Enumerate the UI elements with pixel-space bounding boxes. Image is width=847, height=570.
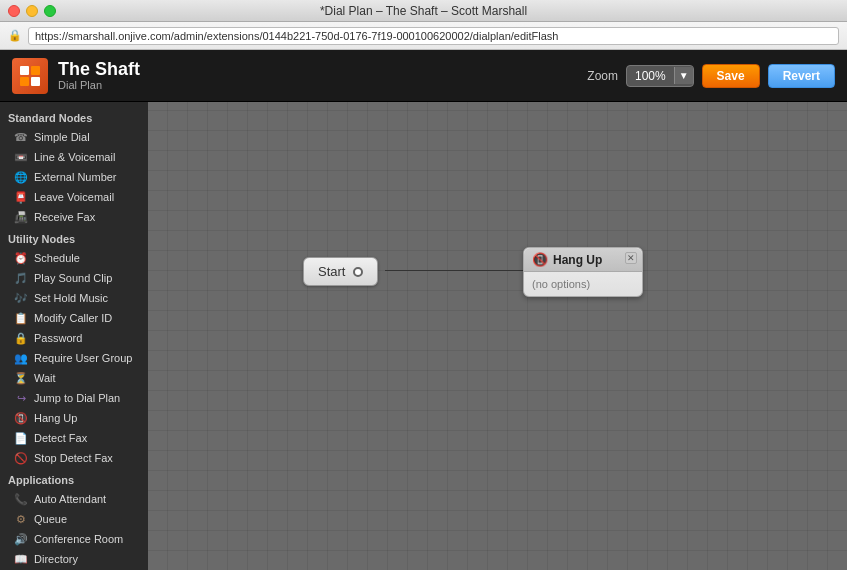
hangup-node-close-button[interactable]: ✕ [625, 252, 637, 264]
sidebar-item-wait[interactable]: ⏳ Wait [0, 368, 148, 388]
hangup-node-icon: 📵 [532, 252, 548, 267]
window-chrome: *Dial Plan – The Shaft – Scott Marshall [0, 0, 847, 22]
sidebar-label-wait: Wait [34, 372, 56, 384]
sidebar-item-jump-to-dial-plan[interactable]: ↪ Jump to Dial Plan [0, 388, 148, 408]
schedule-icon: ⏰ [14, 251, 28, 265]
sidebar-item-password[interactable]: 🔒 Password [0, 328, 148, 348]
sidebar-item-hang-up[interactable]: 📵 Hang Up [0, 408, 148, 428]
minimize-button[interactable] [26, 5, 38, 17]
hangup-node-body-text: (no options) [532, 278, 590, 290]
queue-icon: ⚙ [14, 512, 28, 526]
sidebar-item-queue[interactable]: ⚙ Queue [0, 509, 148, 529]
require-user-group-icon: 👥 [14, 351, 28, 365]
svg-rect-0 [20, 66, 29, 75]
sidebar-item-directory[interactable]: 📖 Directory [0, 549, 148, 569]
stop-detect-fax-icon: 🚫 [14, 451, 28, 465]
utility-nodes-header: Utility Nodes [0, 227, 148, 248]
sidebar-label-password: Password [34, 332, 82, 344]
sidebar-label-set-hold-music: Set Hold Music [34, 292, 108, 304]
sidebar-label-hang-up: Hang Up [34, 412, 77, 424]
zoom-control[interactable]: 100% ▼ [626, 65, 694, 87]
sidebar-item-play-sound-clip[interactable]: 🎵 Play Sound Clip [0, 268, 148, 288]
sidebar-label-stop-detect-fax: Stop Detect Fax [34, 452, 113, 464]
sidebar-label-conference-room: Conference Room [34, 533, 123, 545]
sidebar-item-external-number[interactable]: 🌐 External Number [0, 167, 148, 187]
sidebar-label-require-user-group: Require User Group [34, 352, 132, 364]
zoom-dropdown-arrow[interactable]: ▼ [674, 67, 693, 84]
voicemail-icon: 📼 [14, 150, 28, 164]
app-logo: The Shaft Dial Plan [12, 58, 140, 94]
sidebar-label-play-sound-clip: Play Sound Clip [34, 272, 112, 284]
app-title-block: The Shaft Dial Plan [58, 60, 140, 92]
external-icon: 🌐 [14, 170, 28, 184]
sidebar-item-stop-detect-fax[interactable]: 🚫 Stop Detect Fax [0, 448, 148, 468]
start-node[interactable]: Start [303, 257, 378, 286]
sidebar-label-schedule: Schedule [34, 252, 80, 264]
sidebar-item-require-user-group[interactable]: 👥 Require User Group [0, 348, 148, 368]
sidebar-label-external-number: External Number [34, 171, 117, 183]
hangup-node-body: (no options) [524, 272, 642, 296]
wait-icon: ⏳ [14, 371, 28, 385]
conference-room-icon: 🔊 [14, 532, 28, 546]
sidebar-item-modify-caller-id[interactable]: 📋 Modify Caller ID [0, 308, 148, 328]
sidebar-item-schedule[interactable]: ⏰ Schedule [0, 248, 148, 268]
traffic-lights [8, 5, 56, 17]
lock-icon: 🔒 [8, 29, 22, 42]
phone-icon: ☎ [14, 130, 28, 144]
app-header: The Shaft Dial Plan Zoom 100% ▼ Save Rev… [0, 50, 847, 102]
applications-header: Applications [0, 468, 148, 489]
hangup-node-title: Hang Up [553, 253, 602, 267]
sidebar-item-simple-dial[interactable]: ☎ Simple Dial [0, 127, 148, 147]
sidebar-item-line-voicemail[interactable]: 📼 Line & Voicemail [0, 147, 148, 167]
leave-vm-icon: 📮 [14, 190, 28, 204]
svg-rect-3 [31, 77, 40, 86]
app-name: The Shaft [58, 60, 140, 80]
main-layout: Standard Nodes ☎ Simple Dial 📼 Line & Vo… [0, 102, 847, 570]
hangup-node-header: 📵 Hang Up ✕ [524, 248, 642, 272]
header-right: Zoom 100% ▼ Save Revert [587, 64, 835, 88]
svg-rect-2 [20, 77, 29, 86]
sidebar-item-auto-attendant[interactable]: 📞 Auto Attendant [0, 489, 148, 509]
sidebar-item-leave-voicemail[interactable]: 📮 Leave Voicemail [0, 187, 148, 207]
svg-rect-1 [31, 66, 40, 75]
logo-icon [12, 58, 48, 94]
sidebar-item-detect-fax[interactable]: 📄 Detect Fax [0, 428, 148, 448]
password-icon: 🔒 [14, 331, 28, 345]
sidebar-label-auto-attendant: Auto Attendant [34, 493, 106, 505]
hold-music-icon: 🎶 [14, 291, 28, 305]
app-subtitle: Dial Plan [58, 79, 140, 91]
save-button[interactable]: Save [702, 64, 760, 88]
address-input[interactable]: https://smarshall.onjive.com/admin/exten… [28, 27, 839, 45]
sidebar: Standard Nodes ☎ Simple Dial 📼 Line & Vo… [0, 102, 148, 570]
address-bar: 🔒 https://smarshall.onjive.com/admin/ext… [0, 22, 847, 50]
zoom-value: 100% [627, 66, 674, 86]
sidebar-label-simple-dial: Simple Dial [34, 131, 90, 143]
sidebar-label-queue: Queue [34, 513, 67, 525]
close-button[interactable] [8, 5, 20, 17]
sidebar-item-set-hold-music[interactable]: 🎶 Set Hold Music [0, 288, 148, 308]
sidebar-label-leave-voicemail: Leave Voicemail [34, 191, 114, 203]
caller-id-icon: 📋 [14, 311, 28, 325]
connector-line [385, 270, 525, 271]
sidebar-item-receive-fax[interactable]: 📠 Receive Fax [0, 207, 148, 227]
start-node-dot [353, 267, 363, 277]
sidebar-item-conference-room[interactable]: 🔊 Conference Room [0, 529, 148, 549]
zoom-label: Zoom [587, 69, 618, 83]
sidebar-label-modify-caller-id: Modify Caller ID [34, 312, 112, 324]
revert-button[interactable]: Revert [768, 64, 835, 88]
maximize-button[interactable] [44, 5, 56, 17]
start-node-label: Start [318, 264, 345, 279]
hangup-node[interactable]: 📵 Hang Up ✕ (no options) [523, 247, 643, 297]
dial-plan-canvas[interactable]: Start 📵 Hang Up ✕ (no options) [148, 102, 847, 570]
sidebar-label-line-voicemail: Line & Voicemail [34, 151, 115, 163]
window-title: *Dial Plan – The Shaft – Scott Marshall [320, 4, 527, 18]
jump-icon: ↪ [14, 391, 28, 405]
sidebar-label-detect-fax: Detect Fax [34, 432, 87, 444]
auto-attendant-icon: 📞 [14, 492, 28, 506]
sidebar-label-directory: Directory [34, 553, 78, 565]
sidebar-label-receive-fax: Receive Fax [34, 211, 95, 223]
sound-clip-icon: 🎵 [14, 271, 28, 285]
hang-up-icon: 📵 [14, 411, 28, 425]
sidebar-label-jump-to-dial-plan: Jump to Dial Plan [34, 392, 120, 404]
directory-icon: 📖 [14, 552, 28, 566]
